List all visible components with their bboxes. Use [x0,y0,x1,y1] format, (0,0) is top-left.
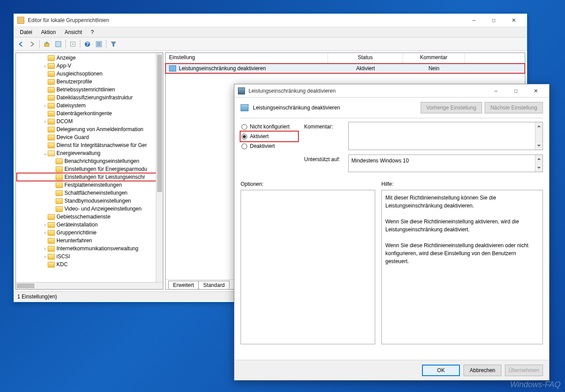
next-setting-button[interactable]: Nächste Einstellung [485,102,543,113]
ok-button[interactable]: OK [422,365,460,376]
dialog-minimize-button[interactable]: – [486,85,506,97]
cell-comment: Nein [403,64,465,72]
tree-item[interactable]: Benutzerprofile [17,78,162,86]
tree-item[interactable]: Schaltflächeneinstellungen [17,189,162,197]
scrollbar[interactable] [535,155,542,172]
tree-item[interactable]: Einstellungen für Leistungseinschr [17,173,162,181]
folder-icon [56,174,63,180]
tree-item[interactable]: ›iSCSI [17,253,162,260]
tree-item[interactable]: Benachrichtigungseinstellungen [17,157,162,165]
col-status[interactable]: Status [328,53,403,63]
forward-icon[interactable] [27,39,38,49]
expander-icon[interactable]: › [42,103,48,108]
tree-item[interactable]: ›DCOM [17,117,162,125]
col-setting[interactable]: Einstellung [166,53,328,63]
main-titlebar[interactable]: Editor für lokale Gruppenrichtlinien – □… [14,14,527,27]
dialog-titlebar[interactable]: Leistungseinschränkung deaktivieren – □ … [234,84,549,98]
expander-icon[interactable]: › [42,230,48,235]
apply-button[interactable]: Übernehmen [505,365,543,376]
folder-icon [48,262,55,268]
tree-item[interactable]: Festplatteneinstellungen [17,181,162,189]
tree-item[interactable]: Dateiklassifizierungsinfrastruktur [17,94,162,102]
menu-help[interactable]: ? [87,28,98,36]
properties-icon[interactable] [53,39,64,49]
tree-item[interactable]: Standbymoduseinstellungen [17,197,162,205]
tree-item[interactable]: ⌄Energieverwaltung [17,149,162,157]
separator [39,40,40,49]
tree-item[interactable]: Datenträgerkontingente [17,109,162,117]
dialog-close-button[interactable]: ✕ [526,85,546,97]
tree-item[interactable]: ›Geräteinstallation [17,221,162,229]
tab-standard[interactable]: Standard [198,281,230,289]
menu-view[interactable]: Ansicht [60,28,86,36]
folder-icon [48,238,55,244]
tree[interactable]: Anzeige›App-VAusgleichsoptionenBenutzerp… [16,53,163,281]
tree-item[interactable]: Delegierung von Anmeldeinformation [17,125,162,133]
maximize-button[interactable]: □ [484,14,504,26]
policy-icon [169,65,176,72]
folder-icon [48,151,55,156]
list-icon[interactable] [94,39,104,49]
radio-not-configured[interactable]: Nicht konfiguriert [241,122,298,132]
tree-item-label: Energieverwaltung [56,150,100,156]
tree-item[interactable]: ›Internetkommunikationsverwaltung [17,245,162,253]
tree-item[interactable]: ›Dateisystem [17,102,162,109]
filter-icon[interactable] [108,39,119,49]
tree-item[interactable]: Herunterfahren [17,237,162,245]
tree-scrollbar-vertical[interactable] [156,53,163,282]
help-section: Hilfe: Mit dieser Richtlinieneinstellung… [381,181,543,344]
tree-item[interactable]: Dienst für Integritätsnachweise für Ger [17,141,162,149]
menu-action[interactable]: Aktion [37,28,60,36]
menu-file[interactable]: Datei [15,28,37,36]
watermark: Windows-FAQ [510,380,561,389]
tab-extended[interactable]: Erweitert [168,281,199,289]
tree-scrollbar-horizontal[interactable] [16,282,163,289]
tree-item[interactable]: KDC [17,260,162,268]
expander-icon[interactable]: › [42,119,48,124]
up-icon[interactable] [41,39,52,49]
expander-icon[interactable]: › [42,222,48,227]
tree-item[interactable]: Gebietsschemadienste [17,213,162,221]
fields: Kommentar: Unterstützt auf: Mindestens W… [304,122,543,177]
tree-item[interactable]: ›Gruppenrichtlinie [17,229,162,237]
radio-icon [241,134,247,139]
dialog-controls: – □ ✕ [486,85,546,97]
status-text: 1 Einstellung(en) [17,294,57,300]
tree-item[interactable]: Betriebssystemrichtlinien [17,86,162,94]
cancel-button[interactable]: Abbrechen [463,365,501,376]
tree-item[interactable]: Anzeige [17,54,162,62]
dialog-maximize-button[interactable]: □ [506,85,526,97]
tree-item[interactable]: Device Guard [17,133,162,141]
tree-item[interactable]: Video- und Anzeigeeinstellungen [17,205,162,213]
policy-row[interactable]: Leistungseinschränkung deaktivieren Akti… [166,64,525,73]
tree-item[interactable]: ›App-V [17,62,162,70]
cell-setting: Leistungseinschränkung deaktivieren [166,64,328,72]
help-icon[interactable]: ? [82,39,93,49]
minimize-button[interactable]: – [464,14,484,26]
expander-icon[interactable]: › [42,254,48,259]
tree-item[interactable]: Einstellungen für Energiesparmodu [17,165,162,173]
cell-setting-text: Leistungseinschränkung deaktivieren [179,65,266,72]
policy-name-icon [241,104,249,111]
radio-enabled[interactable]: Aktiviert [241,132,298,141]
tree-item-label: Device Guard [56,134,89,140]
dialog-icon [238,87,245,94]
separator [106,40,106,49]
radio-disabled[interactable]: Deaktiviert [241,141,298,151]
comment-textarea[interactable] [348,122,543,150]
dialog-title: Leistungseinschränkung deaktivieren [249,88,486,94]
col-comment[interactable]: Kommentar [403,53,465,63]
expander-icon[interactable]: ⌄ [42,151,48,156]
prev-setting-button[interactable]: Vorherige Einstellung [421,102,482,113]
back-icon[interactable] [15,39,26,49]
expander-icon[interactable]: › [42,64,48,68]
tree-item[interactable]: Ausgleichsoptionen [17,70,162,78]
close-button[interactable]: ✕ [504,14,524,26]
export-icon[interactable] [68,39,78,49]
config-grid: Nicht konfiguriert Aktiviert Deaktiviert… [241,122,543,177]
expander-icon[interactable]: › [42,246,48,251]
tree-item-label: Video- und Anzeigeeinstellungen [64,206,142,212]
options-panel [241,190,375,344]
folder-icon [48,95,55,101]
scrollbar[interactable] [535,122,542,150]
